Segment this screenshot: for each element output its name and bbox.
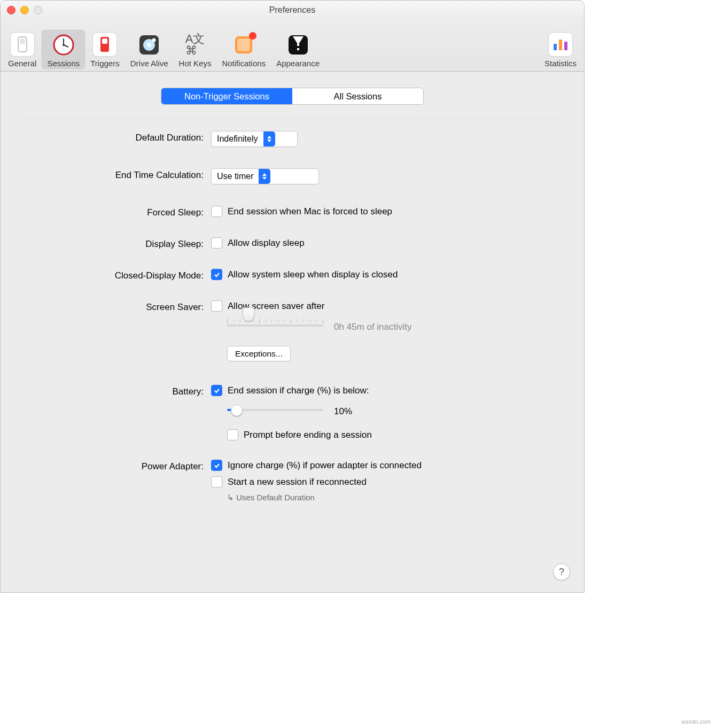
- slider-value: 10%: [334, 406, 352, 417]
- bar-chart-icon: [548, 32, 573, 57]
- segment-label: All Sessions: [334, 91, 382, 102]
- tuxedo-icon: [286, 33, 310, 57]
- checkbox-closed-display[interactable]: [211, 269, 222, 280]
- svg-rect-7: [102, 38, 107, 44]
- tab-hot-keys[interactable]: A文⌘ Hot Keys: [174, 30, 217, 69]
- checkbox-label: End session if charge (%) is below:: [228, 385, 369, 396]
- svg-rect-15: [297, 44, 299, 46]
- svg-rect-18: [559, 40, 562, 50]
- tab-appearance[interactable]: Appearance: [271, 30, 325, 69]
- checkbox-label: Start a new session if reconnected: [228, 477, 367, 487]
- popup-value: Use timer: [217, 172, 253, 181]
- disk-icon: [137, 33, 161, 57]
- titlebar: Preferences: [1, 1, 584, 20]
- tab-label: General: [8, 59, 36, 68]
- svg-point-5: [63, 44, 65, 46]
- tab-notifications[interactable]: Notifications: [216, 30, 271, 69]
- separator: [22, 119, 563, 119]
- notification-icon: [232, 33, 255, 57]
- checkbox-battery[interactable]: [211, 385, 222, 396]
- label-end-time-calc: End Time Calculation:: [22, 168, 211, 181]
- svg-point-10: [147, 43, 151, 47]
- popup-default-duration[interactable]: Indefinitely: [211, 131, 298, 147]
- svg-rect-13: [237, 38, 250, 51]
- segmented-control[interactable]: Non-Trigger Sessions All Sessions: [161, 88, 424, 105]
- tab-label: Triggers: [90, 59, 119, 68]
- label-power-adapter: Power Adapter:: [22, 460, 211, 472]
- tab-triggers[interactable]: Triggers: [85, 29, 124, 69]
- popup-end-time-calc[interactable]: Use timer: [211, 168, 319, 184]
- slider-value: 0h 45m of inactivity: [334, 322, 412, 332]
- checkbox-prompt[interactable]: [227, 429, 238, 440]
- label-screen-saver: Screen Saver:: [22, 300, 211, 313]
- label-display-sleep: Display Sleep:: [22, 237, 211, 250]
- close-icon[interactable]: [7, 6, 15, 14]
- tab-statistics[interactable]: Statistics: [539, 29, 582, 69]
- slider-battery[interactable]: [227, 401, 323, 422]
- checkbox-label: Allow system sleep when display is close…: [228, 269, 398, 280]
- label-forced-sleep: Forced Sleep:: [22, 206, 211, 218]
- label-closed-display: Closed-Display Mode:: [22, 269, 211, 281]
- svg-rect-17: [554, 44, 557, 50]
- segment-label: Non-Trigger Sessions: [184, 91, 269, 102]
- minimize-icon[interactable]: [20, 6, 29, 14]
- keyboard-icon: A文⌘: [183, 33, 207, 57]
- switch-icon: [10, 32, 35, 57]
- svg-rect-1: [20, 38, 25, 44]
- switch-red-icon: [92, 32, 117, 57]
- checkbox-power-adapter[interactable]: [211, 460, 222, 471]
- tab-label: Sessions: [47, 59, 80, 68]
- button-label: Exceptions...: [235, 349, 283, 359]
- checkbox-screen-saver[interactable]: [211, 300, 222, 312]
- popup-value: Indefinitely: [217, 134, 258, 144]
- tab-label: Hot Keys: [179, 59, 212, 68]
- content-area: Non-Trigger Sessions All Sessions Defaul…: [1, 72, 584, 524]
- clock-icon: [52, 33, 75, 57]
- preferences-window: Preferences General Sessions Triggers Dr…: [0, 0, 585, 593]
- checkbox-label: Ignore charge (%) if power adapter is co…: [228, 460, 422, 471]
- chevron-updown-icon: [259, 169, 270, 184]
- tab-sessions[interactable]: Sessions: [42, 30, 85, 69]
- tab-label: Statistics: [544, 59, 577, 68]
- tab-label: Notifications: [222, 59, 266, 68]
- note-default-duration: ↳ Uses Default Duration: [226, 493, 563, 502]
- label-battery: Battery:: [22, 385, 211, 397]
- tab-drive-alive[interactable]: Drive Alive: [125, 30, 174, 69]
- zoom-icon: [34, 6, 42, 14]
- exceptions-button[interactable]: Exceptions...: [227, 346, 291, 361]
- label-default-duration: Default Duration:: [22, 131, 211, 143]
- segment-non-trigger[interactable]: Non-Trigger Sessions: [161, 88, 292, 104]
- form: Default Duration: Indefinitely End Time …: [22, 131, 563, 502]
- help-button[interactable]: ?: [553, 563, 570, 580]
- segment-all[interactable]: All Sessions: [292, 88, 423, 104]
- checkbox-forced-sleep[interactable]: [211, 206, 222, 217]
- chevron-updown-icon: [263, 131, 275, 146]
- traffic-lights: [7, 6, 42, 14]
- svg-rect-19: [564, 42, 567, 50]
- checkbox-display-sleep[interactable]: [211, 237, 222, 249]
- tab-label: Appearance: [276, 59, 320, 68]
- tab-label: Drive Alive: [130, 59, 168, 68]
- checkbox-label: Allow display sleep: [228, 238, 305, 249]
- svg-rect-16: [297, 48, 299, 50]
- checkbox-label: End session when Mac is forced to sleep: [228, 206, 392, 217]
- toolbar: General Sessions Triggers Drive Alive A文…: [1, 20, 584, 72]
- tab-general[interactable]: General: [3, 29, 42, 69]
- window-title: Preferences: [1, 5, 584, 15]
- checkbox-label: Prompt before ending a session: [244, 430, 372, 440]
- slider-screen-saver[interactable]: [227, 317, 323, 337]
- svg-point-11: [152, 38, 156, 42]
- checkbox-new-session[interactable]: [211, 476, 222, 487]
